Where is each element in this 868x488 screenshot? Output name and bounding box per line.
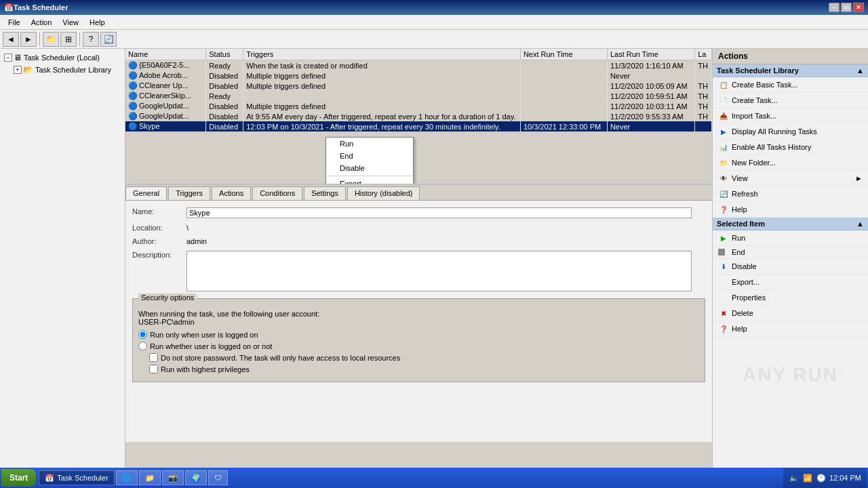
action-delete[interactable]: ✖ Delete [713,306,868,321]
action-new-folder[interactable]: 📁 New Folder... [713,155,868,171]
taskbar-chrome[interactable]: 🌍 [185,470,207,485]
expand-library[interactable]: + [14,66,22,74]
taskbar: Start 📅 Task Scheduler 🌐 📁 📸 🌍 🛡 🔈 📶 🕐 1… [0,468,868,488]
desc-textarea[interactable] [186,251,692,291]
start-label: Start [9,473,28,483]
cell-status: Ready [206,60,243,71]
taskbar-explorer[interactable]: 📁 [139,470,161,485]
location-label: Location: [132,224,186,232]
ctx-end[interactable]: End [326,150,413,162]
cell-next-run [520,101,607,111]
checkbox-password-label: Do not store password. The task will onl… [161,354,400,362]
table-row[interactable]: 🔵Skype Disabled 12:03 PM on 10/3/2021 - … [125,121,712,131]
tree-item-library[interactable]: + 📂 Task Scheduler Library [3,64,122,76]
action-disable[interactable]: ⬇ Disable [713,259,868,274]
radio-whether-label: Run whether user is logged on or not [150,342,272,350]
tab-history[interactable]: History (disabled) [347,186,420,200]
name-input[interactable] [186,207,692,218]
col-la[interactable]: La [695,49,712,60]
col-name[interactable]: Name [125,49,206,60]
folder-button[interactable]: 📁 [43,32,59,47]
action-view[interactable]: 👁 View ► [713,171,868,186]
table-row[interactable]: 🔵Adobe Acrob... Disabled Multiple trigge… [125,70,712,81]
action-import[interactable]: 📥 Import Task... [713,108,868,124]
action-end[interactable]: End [713,246,868,259]
action-export-label: Export... [732,278,760,286]
action-help-selected[interactable]: ❓ Help [713,321,868,337]
collapse-selected-button[interactable]: ▲ [856,220,864,228]
section-header-library: Task Scheduler Library ▲ [713,64,868,77]
start-button[interactable]: Start [1,469,36,487]
view-toggle-button[interactable]: ⊞ [60,32,77,47]
table-row[interactable]: 🔵{E50A60F2-5... Ready When the task is c… [125,60,712,71]
main-layout: − 🖥 Task Scheduler (Local) + 📂 Task Sche… [0,49,868,473]
action-refresh[interactable]: 🔄 Refresh [713,186,868,202]
action-enable-history[interactable]: 📊 Enable All Tasks History [713,140,868,155]
action-create-task[interactable]: 📄 Create Task... [713,93,868,108]
col-status[interactable]: Status [206,49,243,60]
checkbox-highest[interactable] [149,365,158,373]
menu-file[interactable]: File [3,17,26,28]
table-row[interactable]: 🔵GoogleUpdat... Disabled Multiple trigge… [125,101,712,111]
left-panel: − 🖥 Task Scheduler (Local) + 📂 Task Sche… [0,49,125,473]
minimize-button[interactable]: ─ [829,3,840,12]
radio-row-loggedon: Run only when user is logged on [138,330,699,339]
desc-value-container [186,251,705,293]
menu-action[interactable]: Action [26,17,58,28]
tree-item-local[interactable]: − 🖥 Task Scheduler (Local) [3,52,122,64]
tab-general[interactable]: General [125,186,167,200]
radio-loggedon[interactable] [138,330,147,339]
menu-help[interactable]: Help [84,17,111,28]
cell-last-run: Never [607,70,694,81]
tab-conditions[interactable]: Conditions [252,186,302,200]
table-row[interactable]: 🔵CCleanerSkip... Ready 11/2/2020 10:59:5… [125,91,712,101]
security-legend: Security options [138,293,197,302]
cell-last-run: 11/2/2020 10:05:09 AM [607,81,694,91]
tab-triggers[interactable]: Triggers [168,186,210,200]
view-submenu-arrow: ► [855,174,863,182]
back-button[interactable]: ◄ [3,32,19,47]
col-next-run[interactable]: Next Run Time [520,49,607,60]
radio-whether[interactable] [138,342,147,350]
ctx-run[interactable]: Run [326,138,413,150]
ctx-export[interactable]: Export... [326,178,413,184]
action-run[interactable]: ▶ Run [713,230,868,246]
table-row[interactable]: 🔵GoogleUpdat... Disabled At 9:55 AM ever… [125,111,712,121]
cell-name: 🔵GoogleUpdat... [125,101,206,111]
collapse-library-button[interactable]: ▲ [856,66,864,75]
checkbox-row-highest: Run with highest privileges [149,365,699,373]
checkbox-password[interactable] [149,353,158,362]
cell-la [695,70,712,81]
tab-actions[interactable]: Actions [212,186,251,200]
action-create-basic[interactable]: 📋 Create Basic Task... [713,77,868,93]
action-export[interactable]: Export... [713,274,868,290]
col-triggers[interactable]: Triggers [243,49,521,60]
cell-name: 🔵{E50A60F2-5... [125,60,206,71]
taskbar-shield[interactable]: 🛡 [208,470,228,485]
action-display-running[interactable]: ▶ Display All Running Tasks [713,124,868,140]
menu-view[interactable]: View [57,17,84,28]
right-panel: Actions Task Scheduler Library ▲ 📋 Creat… [712,49,868,473]
cell-triggers: When the task is created or modified [243,60,521,71]
help-button[interactable]: ? [83,32,99,47]
taskbar-camera[interactable]: 📸 [162,470,184,485]
ctx-disable[interactable]: Disable [326,162,413,174]
action-help-selected-label: Help [732,325,747,333]
restore-button[interactable]: ▭ [841,3,852,12]
action-properties-label: Properties [732,293,766,302]
close-button[interactable]: ✕ [853,3,864,12]
table-row[interactable]: 🔵CCleaner Up... Disabled Multiple trigge… [125,81,712,91]
cell-status: Disabled [206,121,243,131]
disable-icon: ⬇ [718,261,729,272]
refresh-toolbar-button[interactable]: 🔄 [100,32,117,47]
computer-icon: 🖥 [14,53,22,62]
taskbar-task-scheduler[interactable]: 📅 Task Scheduler [39,470,114,485]
taskbar-ie[interactable]: 🌐 [116,470,138,485]
tab-settings[interactable]: Settings [304,186,346,200]
detail-tabs: General Triggers Actions Conditions Sett… [125,185,712,201]
expand-local[interactable]: − [4,54,12,62]
action-help-library[interactable]: ❓ Help [713,202,868,218]
action-properties[interactable]: Properties [713,290,868,306]
forward-button[interactable]: ► [20,32,37,47]
col-last-run[interactable]: Last Run Time [607,49,694,60]
